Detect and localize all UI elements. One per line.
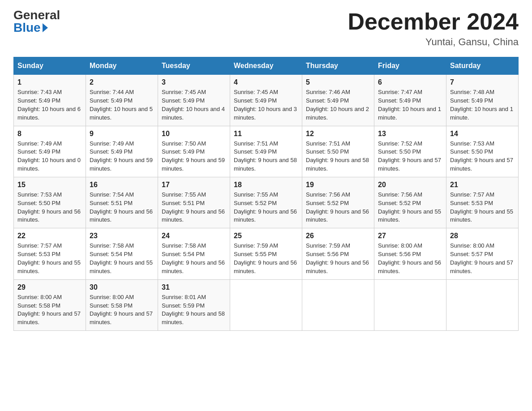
day-number: 26	[306, 232, 370, 240]
logo-arrow-icon	[43, 23, 48, 32]
calendar-cell: 17Sunrise: 7:55 AM Sunset: 5:51 PM Dayli…	[158, 177, 230, 228]
day-info: Sunrise: 7:49 AM Sunset: 5:49 PM Dayligh…	[17, 140, 82, 173]
day-info: Sunrise: 7:56 AM Sunset: 5:52 PM Dayligh…	[378, 191, 442, 224]
day-info: Sunrise: 7:55 AM Sunset: 5:51 PM Dayligh…	[162, 191, 226, 224]
calendar-cell: 22Sunrise: 7:57 AM Sunset: 5:53 PM Dayli…	[14, 228, 86, 279]
day-info: Sunrise: 7:43 AM Sunset: 5:49 PM Dayligh…	[17, 88, 82, 122]
day-number: 23	[90, 232, 154, 240]
calendar-cell: 14Sunrise: 7:53 AM Sunset: 5:50 PM Dayli…	[446, 126, 519, 177]
day-info: Sunrise: 7:53 AM Sunset: 5:50 PM Dayligh…	[17, 191, 82, 224]
day-number: 24	[162, 232, 226, 240]
title-block: December 2024 Yuntai, Gansu, China	[348, 9, 519, 48]
day-info: Sunrise: 8:00 AM Sunset: 5:58 PM Dayligh…	[90, 293, 154, 327]
week-row: 29Sunrise: 8:00 AM Sunset: 5:58 PM Dayli…	[14, 279, 519, 330]
day-info: Sunrise: 7:51 AM Sunset: 5:50 PM Dayligh…	[306, 140, 370, 173]
day-info: Sunrise: 7:57 AM Sunset: 5:53 PM Dayligh…	[450, 191, 515, 224]
day-info: Sunrise: 8:01 AM Sunset: 5:59 PM Dayligh…	[162, 293, 226, 327]
day-info: Sunrise: 7:50 AM Sunset: 5:49 PM Dayligh…	[162, 140, 226, 173]
day-info: Sunrise: 7:59 AM Sunset: 5:56 PM Dayligh…	[306, 242, 370, 275]
calendar-cell: 12Sunrise: 7:51 AM Sunset: 5:50 PM Dayli…	[302, 126, 374, 177]
week-row: 1Sunrise: 7:43 AM Sunset: 5:49 PM Daylig…	[14, 75, 519, 126]
day-info: Sunrise: 7:58 AM Sunset: 5:54 PM Dayligh…	[90, 242, 154, 275]
day-info: Sunrise: 7:52 AM Sunset: 5:50 PM Dayligh…	[378, 140, 442, 173]
calendar-cell: 2Sunrise: 7:44 AM Sunset: 5:49 PM Daylig…	[86, 75, 158, 126]
day-number: 3	[162, 78, 226, 86]
day-number: 25	[234, 232, 298, 240]
day-info: Sunrise: 8:00 AM Sunset: 5:58 PM Dayligh…	[17, 293, 82, 327]
day-number: 13	[378, 130, 442, 138]
day-number: 20	[378, 181, 442, 189]
day-info: Sunrise: 7:49 AM Sunset: 5:49 PM Dayligh…	[90, 140, 154, 173]
calendar-cell: 10Sunrise: 7:50 AM Sunset: 5:49 PM Dayli…	[158, 126, 230, 177]
header-cell-saturday: Saturday	[446, 57, 519, 75]
calendar-cell: 23Sunrise: 7:58 AM Sunset: 5:54 PM Dayli…	[86, 228, 158, 279]
calendar-cell	[302, 279, 374, 330]
day-number: 4	[234, 78, 298, 86]
location-subtitle: Yuntai, Gansu, China	[348, 36, 519, 48]
calendar-cell: 13Sunrise: 7:52 AM Sunset: 5:50 PM Dayli…	[374, 126, 446, 177]
header-cell-thursday: Thursday	[302, 57, 374, 75]
day-number: 31	[162, 283, 226, 291]
logo: General Blue	[13, 9, 60, 34]
calendar-cell: 15Sunrise: 7:53 AM Sunset: 5:50 PM Dayli…	[14, 177, 86, 228]
day-number: 14	[450, 130, 515, 138]
day-number: 5	[306, 78, 370, 86]
header-row: SundayMondayTuesdayWednesdayThursdayFrid…	[14, 57, 519, 75]
day-number: 22	[17, 232, 82, 240]
day-info: Sunrise: 7:47 AM Sunset: 5:49 PM Dayligh…	[378, 88, 442, 122]
day-number: 7	[450, 78, 515, 86]
day-info: Sunrise: 7:45 AM Sunset: 5:49 PM Dayligh…	[234, 88, 298, 122]
logo-general-text: General	[13, 9, 60, 21]
calendar-cell: 20Sunrise: 7:56 AM Sunset: 5:52 PM Dayli…	[374, 177, 446, 228]
calendar-cell	[230, 279, 302, 330]
week-row: 22Sunrise: 7:57 AM Sunset: 5:53 PM Dayli…	[14, 228, 519, 279]
header-cell-monday: Monday	[86, 57, 158, 75]
day-info: Sunrise: 8:00 AM Sunset: 5:56 PM Dayligh…	[378, 242, 442, 275]
day-info: Sunrise: 7:53 AM Sunset: 5:50 PM Dayligh…	[450, 140, 515, 173]
day-number: 10	[162, 130, 226, 138]
day-info: Sunrise: 8:00 AM Sunset: 5:57 PM Dayligh…	[450, 242, 515, 275]
page-header: General Blue December 2024 Yuntai, Gansu…	[13, 9, 519, 48]
calendar-cell: 4Sunrise: 7:45 AM Sunset: 5:49 PM Daylig…	[230, 75, 302, 126]
day-number: 15	[17, 181, 82, 189]
calendar-cell: 26Sunrise: 7:59 AM Sunset: 5:56 PM Dayli…	[302, 228, 374, 279]
day-number: 9	[90, 130, 154, 138]
day-info: Sunrise: 7:45 AM Sunset: 5:49 PM Dayligh…	[162, 88, 226, 122]
day-number: 19	[306, 181, 370, 189]
day-number: 30	[90, 283, 154, 291]
day-info: Sunrise: 7:56 AM Sunset: 5:52 PM Dayligh…	[306, 191, 370, 224]
calendar-cell: 19Sunrise: 7:56 AM Sunset: 5:52 PM Dayli…	[302, 177, 374, 228]
header-cell-wednesday: Wednesday	[230, 57, 302, 75]
month-title: December 2024	[348, 9, 519, 34]
calendar-cell: 1Sunrise: 7:43 AM Sunset: 5:49 PM Daylig…	[14, 75, 86, 126]
calendar-cell: 16Sunrise: 7:54 AM Sunset: 5:51 PM Dayli…	[86, 177, 158, 228]
day-number: 27	[378, 232, 442, 240]
calendar-cell: 8Sunrise: 7:49 AM Sunset: 5:49 PM Daylig…	[14, 126, 86, 177]
day-info: Sunrise: 7:58 AM Sunset: 5:54 PM Dayligh…	[162, 242, 226, 275]
calendar-cell: 31Sunrise: 8:01 AM Sunset: 5:59 PM Dayli…	[158, 279, 230, 330]
calendar-cell: 6Sunrise: 7:47 AM Sunset: 5:49 PM Daylig…	[374, 75, 446, 126]
calendar-cell: 9Sunrise: 7:49 AM Sunset: 5:49 PM Daylig…	[86, 126, 158, 177]
header-cell-sunday: Sunday	[14, 57, 86, 75]
calendar-cell	[374, 279, 446, 330]
calendar-cell: 21Sunrise: 7:57 AM Sunset: 5:53 PM Dayli…	[446, 177, 519, 228]
header-cell-friday: Friday	[374, 57, 446, 75]
week-row: 8Sunrise: 7:49 AM Sunset: 5:49 PM Daylig…	[14, 126, 519, 177]
day-number: 2	[90, 78, 154, 86]
logo-blue-text: Blue	[13, 21, 48, 34]
calendar-table: SundayMondayTuesdayWednesdayThursdayFrid…	[13, 57, 519, 331]
day-info: Sunrise: 7:59 AM Sunset: 5:55 PM Dayligh…	[234, 242, 298, 275]
day-number: 17	[162, 181, 226, 189]
calendar-cell	[446, 279, 519, 330]
calendar-cell: 28Sunrise: 8:00 AM Sunset: 5:57 PM Dayli…	[446, 228, 519, 279]
calendar-cell: 30Sunrise: 8:00 AM Sunset: 5:58 PM Dayli…	[86, 279, 158, 330]
calendar-cell: 25Sunrise: 7:59 AM Sunset: 5:55 PM Dayli…	[230, 228, 302, 279]
day-info: Sunrise: 7:54 AM Sunset: 5:51 PM Dayligh…	[90, 191, 154, 224]
calendar-cell: 11Sunrise: 7:51 AM Sunset: 5:49 PM Dayli…	[230, 126, 302, 177]
week-row: 15Sunrise: 7:53 AM Sunset: 5:50 PM Dayli…	[14, 177, 519, 228]
day-number: 28	[450, 232, 515, 240]
day-info: Sunrise: 7:48 AM Sunset: 5:49 PM Dayligh…	[450, 88, 515, 122]
day-number: 1	[17, 78, 82, 86]
calendar-header: SundayMondayTuesdayWednesdayThursdayFrid…	[14, 57, 519, 75]
calendar-cell: 27Sunrise: 8:00 AM Sunset: 5:56 PM Dayli…	[374, 228, 446, 279]
